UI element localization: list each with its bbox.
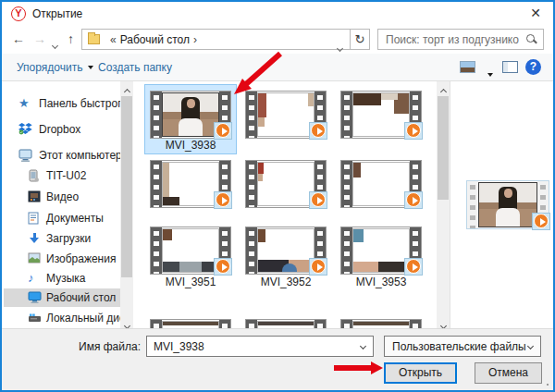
preview-pane-toggle-icon[interactable] [502,61,518,73]
address-dropdown-icon[interactable] [338,38,342,55]
preview-pane [450,81,553,328]
refresh-icon: ↻ [355,32,365,46]
sidebar-item-desktop[interactable]: Рабочий стол [4,288,120,307]
play-badge-icon [309,191,327,209]
video-thumbnail[interactable] [150,160,231,208]
filename-label: Имя файла: [39,340,141,353]
file-name-label[interactable]: MVI_3938 [144,139,237,152]
file-name-label[interactable]: MVI_3953 [335,276,427,288]
play-badge-icon [309,258,327,276]
sidebar-scrollbar-thumb[interactable] [121,96,132,277]
video-thumbnail[interactable] [340,160,422,208]
yandex-browser-icon: Y [11,6,26,21]
play-badge-icon [309,122,327,140]
filetype-dropdown-icon [527,343,534,349]
sidebar-item-dropbox[interactable]: Dropbox [4,120,120,139]
scroll-up-icon[interactable] [120,81,133,94]
video-thumbnail-mvi-3938[interactable] [150,91,231,139]
sidebar-item-videos[interactable]: Видео [4,188,120,206]
organize-button[interactable]: Упорядочить [17,61,93,74]
filename-input[interactable] [152,337,351,355]
sidebar-item-local-disk[interactable]: Локальный дис [4,309,120,327]
breadcrumb[interactable]: «Рабочий стол› [81,29,351,50]
breadcrumb-path[interactable]: «Рабочий стол› [106,33,201,46]
history-dropdown-icon[interactable] [53,35,57,52]
breadcrumb-location[interactable]: Рабочий стол [120,33,190,46]
video-thumbnail[interactable] [340,319,422,328]
view-mode-icon[interactable] [460,61,475,73]
play-badge-icon [532,213,550,230]
up-button[interactable]: ↑ [68,31,74,47]
scroll-up-icon[interactable] [437,81,450,94]
search-icon[interactable] [525,33,537,45]
sidebar-scrollbar[interactable] [120,81,133,328]
search-input[interactable] [384,31,521,48]
file-list-scrollbar-thumb[interactable] [438,96,449,200]
sidebar-item-documents[interactable]: Документы [4,209,120,227]
video-thumbnail[interactable] [340,91,422,139]
video-thumbnail[interactable] [245,160,327,208]
play-badge-icon [404,258,423,276]
help-icon[interactable]: ? [525,59,541,75]
address-bar: ← → ↑ «Рабочий стол› ↻ [2,26,553,54]
search-box [377,29,544,50]
video-thumbnail[interactable] [245,319,327,328]
pictures-icon [28,252,42,265]
filename-dropdown-icon[interactable] [360,343,366,349]
refresh-button[interactable]: ↻ [350,29,370,50]
scroll-down-icon[interactable] [437,315,450,328]
filename-combobox [146,336,374,357]
desktop-icon [28,291,42,304]
back-button[interactable]: ← [12,31,25,47]
play-badge-icon [404,191,423,209]
sidebar-item-pictures[interactable]: Изображения [4,250,120,268]
video-thumbnail[interactable] [245,91,327,139]
sidebar-item-this-pc[interactable]: Этот компьютер [4,146,120,165]
close-icon[interactable]: ✕ [530,6,541,20]
sidebar-item-tit-u02[interactable]: TIT-U02 [4,166,120,185]
scroll-down-icon[interactable] [120,315,133,328]
breadcrumb-chevrons[interactable]: « [106,33,120,46]
device-icon [28,169,42,182]
video-thumbnail-mvi-3952[interactable] [245,227,327,275]
sidebar-item-downloads[interactable]: Загрузки [4,229,120,248]
star-icon: ★ [18,97,32,110]
video-thumbnail-mvi-3953[interactable] [340,227,422,275]
play-badge-icon [214,191,232,209]
preview-video-thumbnail [466,180,549,229]
organize-dropdown-icon [88,66,93,69]
file-list-scrollbar[interactable] [437,81,450,328]
play-badge-icon [404,122,423,140]
play-badge-icon [214,122,232,140]
cancel-button[interactable]: Отмена [475,362,542,384]
open-file-dialog: Y Открытие ✕ ← → ↑ «Рабочий стол› ↻ Упор… [0,0,555,392]
breadcrumb-next-chevron[interactable]: › [190,33,201,46]
new-folder-button[interactable]: Создать папку [98,61,172,74]
command-toolbar: Упорядочить Создать папку ? [2,54,553,81]
browse-area: ★ Панель быстрого Dropbox Этот компьютер… [2,81,553,328]
file-list: MVI_3938 [135,81,437,328]
filetype-dropdown[interactable]: Пользовательские файлы [384,336,541,357]
computer-icon [18,149,32,162]
dialog-footer: Имя файла: Пользовательские файлы Открыт… [2,328,553,390]
video-thumbnail-mvi-3951[interactable] [150,227,231,275]
play-badge-icon [214,258,232,276]
file-name-label[interactable]: MVI_3952 [240,276,332,288]
view-mode-dropdown-icon[interactable] [482,66,493,82]
navigation-sidebar: ★ Панель быстрого Dropbox Этот компьютер… [2,81,120,328]
sidebar-item-music[interactable]: ♪ Музыка [4,269,120,288]
music-note-icon: ♪ [28,272,42,285]
disk-icon [28,312,42,325]
open-button[interactable]: Открыть [384,362,457,384]
document-icon [28,212,42,225]
video-thumbnail[interactable] [150,319,231,328]
file-name-label[interactable]: MVI_3951 [144,276,237,288]
forward-button: → [33,31,46,47]
dropbox-icon [18,123,32,136]
window-title: Открытие [32,7,82,20]
title-bar: Y Открытие ✕ [2,2,553,26]
resize-grip[interactable] [543,380,550,387]
sidebar-item-quick-access[interactable]: ★ Панель быстрого [4,94,120,113]
video-icon [28,190,42,203]
folder-icon [88,34,100,44]
